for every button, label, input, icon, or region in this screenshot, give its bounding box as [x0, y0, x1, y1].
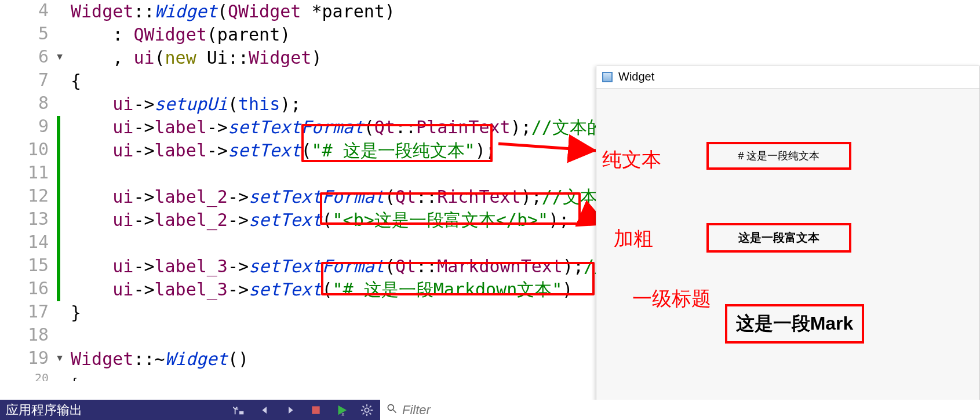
bottom-bar: 应用程序输出 x: [0, 400, 980, 420]
line-number: 9: [0, 116, 57, 136]
app-output-tab[interactable]: 应用程序输出: [0, 400, 99, 420]
code-content: ui->label_3->setTextFormat(Qt::MarkdownT…: [60, 255, 604, 278]
line-number: 4: [0, 0, 57, 20]
line-number: 15: [0, 255, 57, 275]
svg-point-6: [365, 408, 369, 412]
next-icon[interactable]: [283, 403, 298, 418]
prev-icon[interactable]: [257, 403, 272, 418]
markdown-label: 这是一段Mark: [725, 304, 864, 344]
code-content: , ui(new Ui::Widget): [60, 46, 322, 70]
filter-field[interactable]: [380, 400, 980, 420]
line-number: 14: [0, 232, 57, 252]
svg-line-12: [370, 412, 371, 414]
run-icon[interactable]: x: [334, 403, 349, 418]
plain-text-label: # 这是一段纯文本: [706, 142, 851, 170]
code-content: }: [60, 301, 81, 324]
line-number: 17: [0, 301, 57, 322]
svg-line-14: [370, 406, 371, 407]
code-content: Widget::Widget(QWidget *parent): [60, 0, 395, 23]
svg-line-11: [363, 406, 365, 407]
annotation-label: 纯文本: [602, 147, 661, 173]
fold-icon[interactable]: ▼: [57, 51, 63, 62]
preview-window[interactable]: Widget 纯文本 加粗 一级标题 # 这是一段纯文本 这是一段富文本 这是一…: [596, 65, 980, 407]
code-content: ui->setupUi(this);: [60, 93, 301, 116]
output-toolbar: x: [226, 400, 380, 420]
svg-line-13: [363, 412, 365, 414]
code-line[interactable]: 5 : QWidget(parent): [0, 23, 980, 46]
code-line[interactable]: 4 Widget::Widget(QWidget *parent): [0, 0, 980, 23]
line-number: 20: [0, 371, 57, 381]
svg-line-16: [394, 410, 396, 413]
annotation-label: 一级标题: [632, 286, 711, 312]
line-number: 13: [0, 209, 57, 229]
code-content: Widget::~Widget(): [60, 348, 249, 371]
svg-point-15: [388, 404, 394, 410]
code-content: ui->label->setTextFormat(Qt::PlainText);…: [60, 116, 604, 139]
code-content: ui->label->setText("# 这是一段纯文本");: [60, 139, 496, 162]
code-content: ui->label_2->setText("<b>这是一段富文本</b>");: [60, 209, 569, 232]
rich-text-label: 这是一段富文本: [706, 223, 851, 253]
code-content: {: [60, 70, 81, 93]
line-number: 10: [0, 139, 57, 159]
line-number: 11: [0, 162, 57, 182]
fold-icon[interactable]: ▼: [57, 352, 63, 363]
filter-input[interactable]: [402, 403, 974, 418]
line-number: 12: [0, 185, 57, 206]
code-content: : QWidget(parent): [60, 23, 290, 46]
line-number: 16: [0, 278, 57, 298]
svg-rect-4: [312, 406, 319, 414]
search-icon: [386, 403, 398, 417]
window-title: Widget: [618, 70, 654, 83]
line-number: 7: [0, 70, 57, 90]
code-content: {: [60, 371, 78, 381]
svg-rect-3: [239, 411, 243, 414]
code-content: ui->label_3->setText("# 这是一段Markdown文本"): [60, 278, 573, 301]
svg-text:x: x: [341, 411, 345, 417]
settings-icon[interactable]: [359, 403, 374, 418]
annotation-label: 加粗: [614, 225, 653, 252]
stop-icon[interactable]: [308, 403, 323, 418]
line-number: 19▼: [0, 348, 57, 368]
line-number: 5: [0, 23, 57, 43]
titlebar[interactable]: Widget: [596, 65, 979, 89]
app-icon: [602, 72, 613, 82]
attach-debugger-icon[interactable]: [232, 403, 247, 418]
code-content: ui->label_2->setTextFormat(Qt::RichText)…: [60, 185, 598, 209]
line-number: 18: [0, 324, 57, 345]
line-number: 8: [0, 93, 57, 113]
line-number: 6▼: [0, 46, 57, 67]
